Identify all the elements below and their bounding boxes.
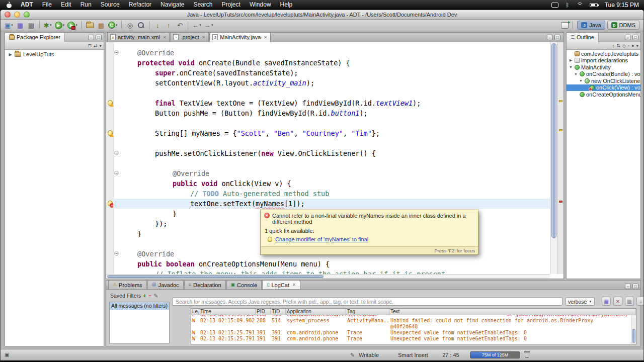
expander-icon[interactable]: ▶ [8,52,13,57]
menu-bar-clock[interactable]: Tue 9:15 PM [605,2,639,9]
tab-logcat[interactable]: ▯LogCat✕ [262,280,300,289]
save-log-icon[interactable]: ▦ [602,297,611,306]
scrollbar-thumb[interactable] [551,43,556,238]
code-line[interactable] [106,138,564,148]
scroll-to-end-icon[interactable]: ↓ [636,297,644,306]
add-filter-icon[interactable]: + [143,293,146,299]
battery-icon[interactable] [590,3,598,7]
fold-collapse-icon[interactable]: − [114,50,119,55]
fast-view-icon[interactable]: ▣ [5,352,9,357]
logcat-column-text[interactable]: Text [389,309,636,315]
edit-filter-icon[interactable]: ✎ [153,293,158,299]
open-perspective-icon[interactable] [561,22,569,29]
scrollbar-thumb[interactable] [632,329,635,343]
logcat-row[interactable]: W02-13 02:15:25.791391391com.android.pho… [191,336,631,342]
tab-problems[interactable]: ⚠Problems [108,280,147,289]
code-line[interactable]: Button pushMe = (Button) findViewById(R.… [106,108,564,118]
code-line[interactable]: −@Override [106,168,564,178]
code-line[interactable] [106,158,564,168]
maximize-editor-icon[interactable]: □ [554,35,560,40]
logcat-column-tid[interactable]: TID [271,309,286,315]
fold-collapse-icon[interactable]: − [114,251,119,256]
remove-filter-icon[interactable]: − [148,293,151,299]
menu-source[interactable]: Source [96,0,124,10]
quick-fix-link[interactable]: Change modifier of 'myNames' to final [275,236,368,242]
code-line[interactable]: protected void onCreate(Bundle savedInst… [106,58,564,68]
minimize-window-button[interactable] [14,12,20,18]
print-icon[interactable]: ▤ [26,21,36,30]
code-line[interactable]: −@Override [106,48,564,58]
code-line[interactable] [106,88,564,98]
window-title-bar[interactable]: Java - LevelUpTuts/src/com/levelup/level… [1,10,643,20]
maximize-view-icon[interactable]: □ [632,35,638,40]
logcat-level-dropdown[interactable]: verbose ▼ [566,297,595,306]
close-window-button[interactable] [5,12,11,18]
focus-icon[interactable]: ↕ [612,43,615,49]
menu-adt[interactable]: ADT [16,0,38,10]
minimize-editor-icon[interactable]: – [547,35,553,40]
logcat-column-application[interactable]: Application [286,309,346,315]
menu-help[interactable]: Help [276,0,297,10]
prev-annotation-icon[interactable]: ↑ [164,21,174,30]
code-line[interactable]: // Inflate the menu; this adds items to … [106,269,564,274]
logcat-column-tag[interactable]: Tag [346,309,389,315]
apple-menu-icon[interactable] [6,2,12,8]
filter-all-messages[interactable]: All messages (no filters) [110,302,169,310]
code-line[interactable]: textOne.setText(myNames[1]); [106,199,564,209]
error-quickfix-icon[interactable] [107,201,113,207]
link-with-editor-icon[interactable]: ⇄ [94,43,98,49]
logcat-column-time[interactable]: Time [199,309,256,315]
sort-icon[interactable]: ⇅ [616,43,620,49]
editor-tab-.project[interactable]: ≡.project✕ [170,32,209,42]
logcat-scrollbar[interactable] [631,315,636,344]
expander-icon[interactable]: ▼ [574,72,578,76]
overview-ruler[interactable] [557,42,564,274]
collapse-all-icon[interactable]: ⊟ [88,43,92,49]
last-edit-location-icon[interactable]: ↶ [175,21,185,30]
zoom-window-button[interactable] [24,12,30,18]
hide-fields-icon[interactable]: ◇ [622,43,626,49]
view-menu-icon[interactable]: ▾ [99,43,102,49]
forward-icon[interactable]: →▾ [203,21,214,30]
new-class-icon[interactable]: C▾ [107,21,119,30]
wifi-icon[interactable] [576,3,583,8]
code-line[interactable]: final TextView textOne = (TextView) find… [106,98,564,108]
open-type-icon[interactable]: ◎ [125,21,135,30]
close-icon[interactable]: ✕ [163,35,167,40]
scrollbar-thumb[interactable] [107,275,324,278]
outline-tab[interactable]: ☰ Outline [567,33,599,42]
code-line[interactable]: −pushMe.setOnClickListener(new View.OnCl… [106,148,564,158]
code-line[interactable]: String[] myNames = {"Scott", "Ben", "Cou… [106,128,564,138]
minimize-view-icon[interactable]: – [625,284,631,289]
editor-tab-activity_main.xml[interactable]: xactivity_main.xml✕ [107,32,170,42]
minimize-view-icon[interactable]: – [88,35,94,40]
tab-javadoc[interactable]: @Javadoc [147,280,184,289]
close-icon[interactable]: ✕ [264,35,267,40]
outline-item-onclick-view-vo-[interactable]: onClick(View) : vo... [567,84,640,92]
new-wizard-icon[interactable]: ▣▾ [4,21,14,30]
outline-item-oncreate-bundle-void[interactable]: ▼onCreate(Bundle) : void [567,71,640,78]
code-line[interactable]: // TODO Auto-generated method stub [106,189,564,199]
search-icon[interactable] [136,21,146,30]
expander-icon[interactable]: ▶ [569,58,573,62]
logcat-row[interactable]: W02-13 02:15:09.902288514system_processA… [191,318,631,330]
menu-project[interactable]: Project [217,0,245,10]
menu-navigate[interactable]: Navigate [156,0,189,10]
external-tools-icon[interactable]: ▶▾ [66,21,78,30]
next-annotation-icon[interactable]: ↓ [152,21,163,30]
package-explorer-tab[interactable]: Package Explorer [5,33,65,42]
display-icon[interactable] [551,3,558,8]
menu-window[interactable]: Window [245,0,276,10]
bluetooth-icon[interactable]: ᛒ [566,2,569,8]
code-line[interactable] [106,118,564,128]
maximize-view-icon[interactable]: □ [632,284,638,289]
menu-refactor[interactable]: Refactor [124,0,156,10]
minimize-view-icon[interactable]: – [625,35,631,40]
new-java-project-icon[interactable] [85,21,95,30]
maximize-view-icon[interactable]: □ [96,35,102,40]
editor-tab-MainActivity.java[interactable]: JMainActivity.java✕ [209,32,271,42]
code-line[interactable]: setContentView(R.layout.activity_main); [106,78,564,88]
warning-quickfix-icon[interactable] [107,100,113,106]
code-line[interactable]: public void onClick(View v) { [106,178,564,189]
menu-run[interactable]: Run [76,0,96,10]
